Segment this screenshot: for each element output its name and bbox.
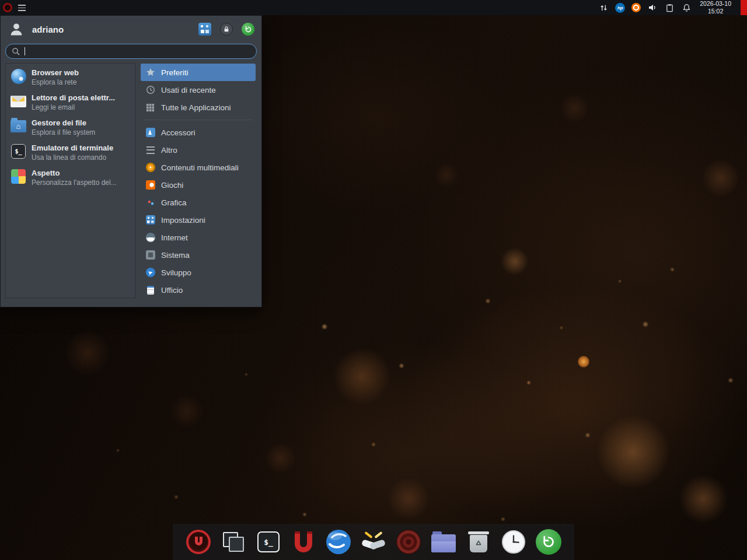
- all-apps-grid-icon: [145, 103, 155, 113]
- logout-button[interactable]: [242, 23, 254, 36]
- date-label: 2026-03-10: [700, 0, 731, 8]
- dock-web-browser[interactable]: [324, 528, 352, 556]
- dock-collaboration-app[interactable]: [359, 528, 388, 556]
- browser-globe-icon: [326, 529, 351, 555]
- category-label: Accessori: [161, 128, 196, 137]
- category-label: Impostazioni: [161, 216, 205, 225]
- user-avatar[interactable]: [8, 20, 25, 38]
- app-title: Browser web: [32, 68, 79, 78]
- category-contenuti-multimediali[interactable]: Contenuti multimediali: [141, 159, 256, 176]
- top-panel: hp 2026-03-10 15:02: [0, 0, 747, 15]
- search-icon: [12, 47, 20, 56]
- clock-icon: [501, 530, 526, 554]
- application-menu: adriano B: [0, 15, 262, 307]
- trash-icon: [468, 530, 489, 554]
- development-icon: [146, 268, 155, 277]
- desktop-screen: hp 2026-03-10 15:02 adriano: [0, 0, 747, 560]
- dock-clock[interactable]: [500, 528, 528, 556]
- house-glyph: ⌂: [16, 123, 21, 130]
- list-item-terminal[interactable]: $_ Emulatore di terminale Usa la linea d…: [7, 140, 134, 165]
- ufficiozero-logo-icon: [186, 530, 211, 554]
- list-item-file-manager[interactable]: ⌂ Gestore dei file Esplora il file syste…: [7, 115, 134, 140]
- category-separator: [143, 120, 252, 120]
- category-label: Usati di recente: [161, 86, 216, 94]
- volume-icon[interactable]: [647, 2, 658, 13]
- list-item-browser-web[interactable]: Browser web Esplora la rete: [7, 65, 134, 90]
- internet-icon: [146, 233, 155, 242]
- app-title: Emulatore di terminale: [32, 143, 113, 153]
- distro-logo-icon[interactable]: [3, 3, 12, 12]
- dock-emblem-app[interactable]: [395, 528, 423, 556]
- search-input[interactable]: [5, 44, 257, 59]
- list-item-mail-reader[interactable]: Lettore di posta elettr... Leggi le emai…: [7, 90, 134, 115]
- notifications-bell-icon[interactable]: [681, 2, 692, 13]
- games-icon: [146, 180, 155, 190]
- magnet-u-icon: [295, 534, 312, 552]
- star-icon: [145, 68, 155, 78]
- category-ufficio[interactable]: Ufficio: [141, 281, 256, 299]
- category-grafica[interactable]: Grafica: [141, 194, 256, 211]
- category-label: Giochi: [161, 181, 183, 190]
- app-title: Aspetto: [32, 168, 117, 178]
- terminal-glyph: $_: [264, 538, 273, 547]
- menu-header: adriano: [1, 16, 261, 43]
- category-internet[interactable]: Internet: [141, 229, 256, 246]
- category-accessori[interactable]: Accessori: [141, 124, 256, 141]
- category-usati-di-recente[interactable]: Usati di recente: [141, 81, 256, 99]
- category-impostazioni[interactable]: Impostazioni: [141, 211, 256, 229]
- hamburger-menu-icon[interactable]: [18, 5, 26, 11]
- category-label: Sviluppo: [161, 268, 191, 277]
- username-label: adriano: [32, 24, 198, 34]
- terminal-icon: $_: [11, 144, 26, 159]
- appearance-icon: [11, 169, 26, 184]
- accessories-icon: [146, 128, 155, 137]
- office-icon: [147, 286, 154, 295]
- category-label: Altro: [161, 146, 177, 155]
- other-icon: [146, 146, 155, 154]
- updates-arrows-icon[interactable]: [598, 2, 609, 13]
- lock-screen-button[interactable]: [220, 23, 233, 36]
- category-sviluppo[interactable]: Sviluppo: [141, 264, 256, 281]
- settings-button[interactable]: [198, 23, 211, 36]
- category-preferiti[interactable]: Preferiti: [141, 64, 256, 81]
- file-manager-icon: ⌂: [11, 120, 26, 132]
- dock: $_: [173, 524, 574, 560]
- hp-label: hp: [617, 5, 623, 10]
- category-giochi[interactable]: Giochi: [141, 176, 256, 194]
- multimedia-icon: [146, 163, 155, 172]
- mail-icon: [11, 96, 26, 107]
- dock-trash[interactable]: [465, 528, 493, 556]
- dock-file-manager[interactable]: [430, 528, 458, 556]
- category-tutte-le-applicazioni[interactable]: Tutte le Applicazioni: [141, 99, 256, 116]
- settings-category-icon: [146, 215, 155, 225]
- hp-tray-icon[interactable]: hp: [615, 3, 625, 13]
- dock-magnet-app[interactable]: [289, 528, 317, 556]
- clock-datetime[interactable]: 2026-03-10 15:02: [700, 0, 731, 15]
- category-label: Ufficio: [161, 286, 183, 295]
- clipboard-tray-icon[interactable]: [664, 2, 675, 13]
- dock-terminal[interactable]: $_: [254, 528, 282, 556]
- graphics-icon: [146, 198, 155, 207]
- layout-tiles-icon: [222, 531, 245, 552]
- text-caret: [25, 47, 25, 55]
- app-subtitle: Personalizza l'aspetto del...: [32, 178, 117, 187]
- orange-app-tray-icon[interactable]: [631, 3, 641, 12]
- handshake-icon: [360, 528, 387, 555]
- web-browser-icon: [11, 69, 26, 84]
- app-subtitle: Esplora la rete: [32, 78, 79, 87]
- dock-tiles-app[interactable]: [219, 528, 247, 556]
- category-altro[interactable]: Altro: [141, 141, 256, 159]
- category-label: Tutte le Applicazioni: [161, 103, 231, 112]
- terminal-glyph: $_: [15, 148, 22, 155]
- system-icon: [146, 250, 155, 260]
- app-subtitle: Esplora il file system: [32, 128, 95, 137]
- dock-ufficiozero-launcher[interactable]: [184, 528, 212, 556]
- category-label: Preferiti: [161, 68, 189, 77]
- category-label: Contenuti multimediali: [161, 163, 239, 172]
- app-subtitle: Usa la linea di comando: [32, 153, 113, 162]
- dock-logout[interactable]: [535, 528, 563, 556]
- category-sistema[interactable]: Sistema: [141, 246, 256, 264]
- list-item-appearance[interactable]: Aspetto Personalizza l'aspetto del...: [7, 165, 134, 190]
- category-label: Internet: [161, 233, 188, 242]
- folder-icon: [431, 534, 456, 552]
